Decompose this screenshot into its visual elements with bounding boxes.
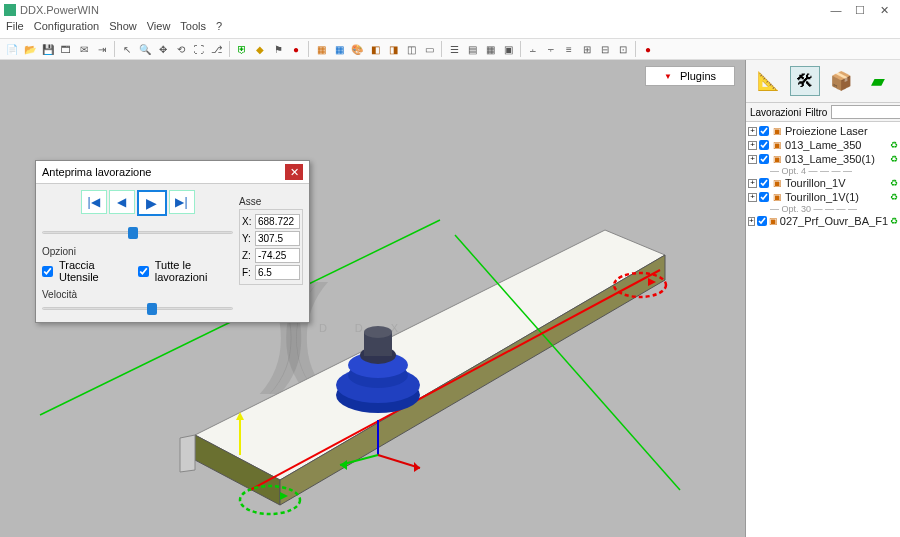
toolbar-zoom-icon[interactable]: 🔍 [137, 41, 153, 57]
toolbar-align1-icon[interactable]: ⫠ [525, 41, 541, 57]
mode-icon-1[interactable]: 📐 [753, 66, 783, 96]
menu-file[interactable]: File [6, 20, 24, 38]
operation-icon: ▣ [771, 125, 783, 137]
window-title: DDX.PowerWIN [20, 4, 824, 16]
toolbar-sheet-icon[interactable]: ▭ [421, 41, 437, 57]
tree-label: 027_Prf_Ouvr_BA_F1 [780, 215, 888, 227]
toolbar-new-icon[interactable]: 📄 [4, 41, 20, 57]
toolbar-cube1-icon[interactable]: ◧ [367, 41, 383, 57]
traccia-utensile-checkbox[interactable] [42, 266, 53, 277]
filtro-input[interactable] [831, 105, 900, 119]
dialog-title: Anteprima lavorazione [42, 166, 151, 178]
toolbar-axes-icon[interactable]: ⎇ [209, 41, 225, 57]
toolbar-shield-icon[interactable]: ⛨ [234, 41, 250, 57]
expand-icon[interactable]: + [748, 127, 757, 136]
expand-icon[interactable]: + [748, 217, 755, 226]
tree-node[interactable]: +▣Tourillon_1V(1)♻ [748, 190, 898, 204]
asse-label: Asse [239, 196, 303, 207]
expand-icon[interactable]: + [748, 193, 757, 202]
toolbar-tag-icon[interactable]: ◆ [252, 41, 268, 57]
tree-checkbox[interactable] [759, 154, 769, 164]
toolbar-align2-icon[interactable]: ⫟ [543, 41, 559, 57]
toolbar-palette-icon[interactable]: 🎨 [349, 41, 365, 57]
axis-z-input[interactable] [255, 248, 300, 263]
status-icon: ♻ [890, 192, 898, 202]
mode-icon-2[interactable]: 🛠 [790, 66, 820, 96]
axis-y-label: Y: [242, 233, 252, 244]
menu-show[interactable]: Show [109, 20, 137, 38]
operation-icon: ▣ [771, 191, 783, 203]
tree-opt-line: — Opt. 30 — — — — [748, 204, 898, 214]
toolbar-save-icon[interactable]: 💾 [40, 41, 56, 57]
operations-tree[interactable]: +▣Proiezione Laser+▣013_Lame_350♻+▣013_L… [746, 122, 900, 537]
toolbar-table-icon[interactable]: ▤ [464, 41, 480, 57]
toolbar-fit-icon[interactable]: ⛶ [191, 41, 207, 57]
toolbar-tiles-icon[interactable]: ▣ [500, 41, 516, 57]
expand-icon[interactable]: + [748, 155, 757, 164]
toolbar-rotate-icon[interactable]: ⟲ [173, 41, 189, 57]
toolbar-grid-icon[interactable]: ▦ [331, 41, 347, 57]
tree-node[interactable]: +▣027_Prf_Ouvr_BA_F1♻ [748, 214, 898, 228]
options-label: Opzioni [42, 246, 233, 257]
tree-node[interactable]: +▣013_Lame_350♻ [748, 138, 898, 152]
tree-checkbox[interactable] [757, 216, 767, 226]
menu-help[interactable]: ? [216, 20, 222, 38]
expand-icon[interactable]: + [748, 141, 757, 150]
velocita-slider[interactable] [42, 300, 233, 316]
tree-label: 013_Lame_350 [785, 139, 861, 151]
toolbar-grid2-icon[interactable]: ▦ [482, 41, 498, 57]
axis-x-input[interactable] [255, 214, 300, 229]
expand-icon[interactable]: + [748, 179, 757, 188]
filtro-label: Filtro [805, 107, 827, 118]
tutte-lavorazioni-label: Tutte le lavorazioni [155, 259, 233, 283]
toolbar-cube2-icon[interactable]: ◨ [385, 41, 401, 57]
skip-start-button[interactable]: |◀ [81, 190, 107, 214]
position-slider[interactable] [42, 224, 233, 240]
menu-configuration[interactable]: Configuration [34, 20, 99, 38]
toolbar-layers-icon[interactable]: ▦ [313, 41, 329, 57]
toolbar-move-icon[interactable]: ✥ [155, 41, 171, 57]
toolbar-list-icon[interactable]: ☰ [446, 41, 462, 57]
tree-label: Tourillon_1V [785, 177, 846, 189]
axis-f-label: F: [242, 267, 252, 278]
dialog-close-button[interactable]: ✕ [285, 164, 303, 180]
tree-checkbox[interactable] [759, 192, 769, 202]
toolbar-flag-icon[interactable]: ⚑ [270, 41, 286, 57]
tree-label: Tourillon_1V(1) [785, 191, 859, 203]
tree-node[interactable]: +▣Proiezione Laser [748, 124, 898, 138]
toolbar-align4-icon[interactable]: ⊞ [579, 41, 595, 57]
axis-y-input[interactable] [255, 231, 300, 246]
tree-node[interactable]: +▣Tourillon_1V♻ [748, 176, 898, 190]
toolbar-box-icon[interactable]: ◫ [403, 41, 419, 57]
minimize-button[interactable]: — [824, 1, 848, 19]
toolbar-export-icon[interactable]: ⇥ [94, 41, 110, 57]
mode-icon-3[interactable]: 📦 [826, 66, 856, 96]
tree-checkbox[interactable] [759, 140, 769, 150]
tree-checkbox[interactable] [759, 178, 769, 188]
toolbar-marker-icon[interactable]: ● [288, 41, 304, 57]
tree-opt-line: — Opt. 4 — — — — [748, 166, 898, 176]
play-button[interactable]: ▶ [137, 190, 167, 216]
toolbar-align3-icon[interactable]: ≡ [561, 41, 577, 57]
toolbar-red-dot-icon[interactable]: ● [640, 41, 656, 57]
viewport-3d[interactable]: ▼ Plugins ))(( DDX [0, 60, 745, 537]
status-icon: ♻ [890, 216, 898, 226]
step-back-button[interactable]: ◀ [109, 190, 135, 214]
toolbar-preview-icon[interactable]: 🗔 [58, 41, 74, 57]
menu-tools[interactable]: Tools [180, 20, 206, 38]
tree-node[interactable]: +▣013_Lame_350(1)♻ [748, 152, 898, 166]
toolbar-align6-icon[interactable]: ⊡ [615, 41, 631, 57]
toolbar-align5-icon[interactable]: ⊟ [597, 41, 613, 57]
toolbar-open-icon[interactable]: 📂 [22, 41, 38, 57]
menu-bar: File Configuration Show View Tools ? [0, 20, 900, 38]
maximize-button[interactable]: ☐ [848, 1, 872, 19]
toolbar-pointer-icon[interactable]: ↖ [119, 41, 135, 57]
menu-view[interactable]: View [147, 20, 171, 38]
mode-icon-4[interactable]: ▰ [863, 66, 893, 96]
axis-f-input[interactable] [255, 265, 300, 280]
skip-end-button[interactable]: ▶| [169, 190, 195, 214]
tutte-lavorazioni-checkbox[interactable] [138, 266, 149, 277]
close-button[interactable]: ✕ [872, 1, 896, 19]
tree-checkbox[interactable] [759, 126, 769, 136]
toolbar-mail-icon[interactable]: ✉ [76, 41, 92, 57]
